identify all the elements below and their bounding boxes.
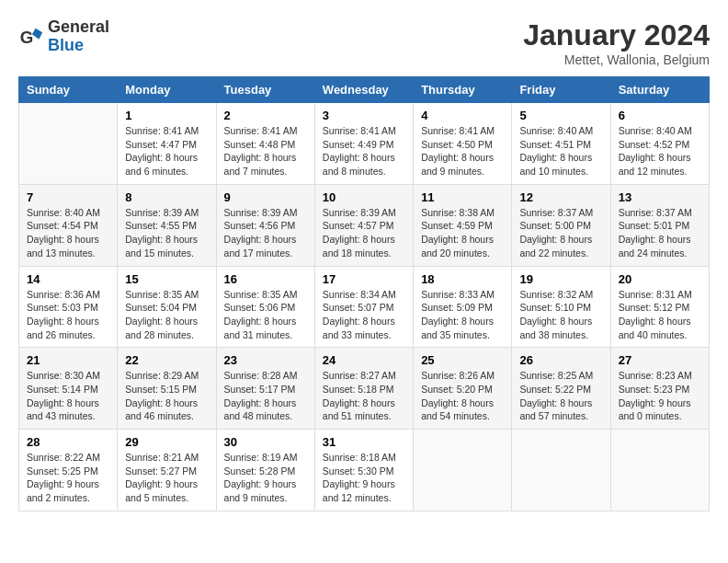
calendar-cell: 17Sunrise: 8:34 AMSunset: 5:07 PMDayligh… bbox=[314, 266, 413, 348]
day-number: 29 bbox=[125, 435, 208, 449]
cell-content: Sunrise: 8:38 AMSunset: 4:59 PMDaylight:… bbox=[421, 206, 504, 260]
cell-content: Sunrise: 8:27 AMSunset: 5:18 PMDaylight:… bbox=[323, 369, 405, 423]
logo: G General Blue bbox=[18, 18, 109, 55]
calendar-table: SundayMondayTuesdayWednesdayThursdayFrid… bbox=[18, 76, 710, 511]
calendar-cell: 30Sunrise: 8:19 AMSunset: 5:28 PMDayligh… bbox=[216, 430, 314, 511]
calendar-cell: 28Sunrise: 8:22 AMSunset: 5:25 PMDayligh… bbox=[19, 430, 118, 511]
calendar-cell: 5Sunrise: 8:40 AMSunset: 4:51 PMDaylight… bbox=[512, 103, 610, 185]
cell-content: Sunrise: 8:21 AMSunset: 5:27 PMDaylight:… bbox=[125, 451, 208, 505]
calendar-cell: 23Sunrise: 8:28 AMSunset: 5:17 PMDayligh… bbox=[216, 348, 314, 430]
cell-content: Sunrise: 8:35 AMSunset: 5:06 PMDaylight:… bbox=[224, 288, 307, 342]
header-friday: Friday bbox=[512, 77, 610, 103]
calendar-week-row: 21Sunrise: 8:30 AMSunset: 5:14 PMDayligh… bbox=[19, 348, 710, 430]
calendar-cell: 14Sunrise: 8:36 AMSunset: 5:03 PMDayligh… bbox=[19, 266, 118, 348]
calendar-week-row: 1Sunrise: 8:41 AMSunset: 4:47 PMDaylight… bbox=[19, 103, 710, 185]
calendar-week-row: 14Sunrise: 8:36 AMSunset: 5:03 PMDayligh… bbox=[19, 266, 710, 348]
cell-content: Sunrise: 8:30 AMSunset: 5:14 PMDaylight:… bbox=[27, 369, 109, 423]
calendar-cell: 25Sunrise: 8:26 AMSunset: 5:20 PMDayligh… bbox=[414, 348, 512, 430]
calendar-cell bbox=[19, 103, 118, 185]
calendar-cell: 21Sunrise: 8:30 AMSunset: 5:14 PMDayligh… bbox=[19, 348, 118, 430]
cell-content: Sunrise: 8:31 AMSunset: 5:12 PMDaylight:… bbox=[619, 288, 701, 342]
cell-content: Sunrise: 8:40 AMSunset: 4:52 PMDaylight:… bbox=[619, 124, 701, 178]
cell-content: Sunrise: 8:22 AMSunset: 5:25 PMDaylight:… bbox=[27, 451, 109, 505]
cell-content: Sunrise: 8:39 AMSunset: 4:57 PMDaylight:… bbox=[323, 206, 405, 260]
day-number: 2 bbox=[224, 109, 307, 122]
day-number: 19 bbox=[519, 272, 602, 286]
day-number: 3 bbox=[323, 109, 405, 122]
calendar-cell: 7Sunrise: 8:40 AMSunset: 4:54 PMDaylight… bbox=[19, 184, 118, 266]
day-number: 14 bbox=[27, 272, 109, 286]
cell-content: Sunrise: 8:25 AMSunset: 5:22 PMDaylight:… bbox=[519, 369, 602, 423]
main-title: January 2024 bbox=[523, 18, 710, 52]
day-number: 23 bbox=[224, 353, 307, 367]
calendar-cell: 24Sunrise: 8:27 AMSunset: 5:18 PMDayligh… bbox=[314, 348, 413, 430]
header-saturday: Saturday bbox=[610, 77, 709, 103]
cell-content: Sunrise: 8:32 AMSunset: 5:10 PMDaylight:… bbox=[519, 288, 602, 342]
cell-content: Sunrise: 8:39 AMSunset: 4:55 PMDaylight:… bbox=[125, 206, 208, 260]
day-number: 26 bbox=[519, 353, 602, 367]
calendar-cell: 12Sunrise: 8:37 AMSunset: 5:00 PMDayligh… bbox=[512, 184, 610, 266]
cell-content: Sunrise: 8:35 AMSunset: 5:04 PMDaylight:… bbox=[125, 288, 208, 342]
cell-content: Sunrise: 8:37 AMSunset: 5:01 PMDaylight:… bbox=[619, 206, 701, 260]
logo-text: General Blue bbox=[48, 18, 109, 55]
cell-content: Sunrise: 8:34 AMSunset: 5:07 PMDaylight:… bbox=[323, 288, 405, 342]
header-tuesday: Tuesday bbox=[216, 77, 314, 103]
day-number: 30 bbox=[224, 435, 307, 449]
calendar-cell: 2Sunrise: 8:41 AMSunset: 4:48 PMDaylight… bbox=[216, 103, 314, 185]
cell-content: Sunrise: 8:40 AMSunset: 4:51 PMDaylight:… bbox=[519, 124, 602, 178]
cell-content: Sunrise: 8:40 AMSunset: 4:54 PMDaylight:… bbox=[27, 206, 109, 260]
day-number: 15 bbox=[125, 272, 208, 286]
calendar-week-row: 7Sunrise: 8:40 AMSunset: 4:54 PMDaylight… bbox=[19, 184, 710, 266]
cell-content: Sunrise: 8:23 AMSunset: 5:23 PMDaylight:… bbox=[619, 369, 701, 423]
day-number: 10 bbox=[323, 190, 405, 204]
day-number: 5 bbox=[519, 109, 602, 122]
calendar-cell: 16Sunrise: 8:35 AMSunset: 5:06 PMDayligh… bbox=[216, 266, 314, 348]
subtitle: Mettet, Wallonia, Belgium bbox=[523, 52, 710, 67]
day-number: 7 bbox=[27, 190, 109, 204]
calendar-cell: 10Sunrise: 8:39 AMSunset: 4:57 PMDayligh… bbox=[314, 184, 413, 266]
day-number: 1 bbox=[125, 109, 208, 122]
calendar-cell bbox=[512, 430, 610, 511]
calendar-cell: 13Sunrise: 8:37 AMSunset: 5:01 PMDayligh… bbox=[610, 184, 709, 266]
day-number: 16 bbox=[224, 272, 307, 286]
day-number: 28 bbox=[27, 435, 109, 449]
header-monday: Monday bbox=[118, 77, 216, 103]
cell-content: Sunrise: 8:39 AMSunset: 4:56 PMDaylight:… bbox=[224, 206, 307, 260]
day-number: 4 bbox=[421, 109, 504, 122]
day-number: 20 bbox=[619, 272, 701, 286]
page-header: G General Blue January 2024 Mettet, Wall… bbox=[18, 18, 710, 67]
calendar-cell bbox=[414, 430, 512, 511]
cell-content: Sunrise: 8:33 AMSunset: 5:09 PMDaylight:… bbox=[421, 288, 504, 342]
calendar-cell: 11Sunrise: 8:38 AMSunset: 4:59 PMDayligh… bbox=[414, 184, 512, 266]
cell-content: Sunrise: 8:41 AMSunset: 4:49 PMDaylight:… bbox=[323, 124, 405, 178]
header-thursday: Thursday bbox=[414, 77, 512, 103]
cell-content: Sunrise: 8:36 AMSunset: 5:03 PMDaylight:… bbox=[27, 288, 109, 342]
day-number: 12 bbox=[519, 190, 602, 204]
header-sunday: Sunday bbox=[19, 77, 118, 103]
calendar-cell: 26Sunrise: 8:25 AMSunset: 5:22 PMDayligh… bbox=[512, 348, 610, 430]
day-number: 31 bbox=[323, 435, 405, 449]
calendar-cell: 1Sunrise: 8:41 AMSunset: 4:47 PMDaylight… bbox=[118, 103, 216, 185]
calendar-cell: 8Sunrise: 8:39 AMSunset: 4:55 PMDaylight… bbox=[118, 184, 216, 266]
calendar-cell: 9Sunrise: 8:39 AMSunset: 4:56 PMDaylight… bbox=[216, 184, 314, 266]
day-number: 21 bbox=[27, 353, 109, 367]
calendar-cell: 15Sunrise: 8:35 AMSunset: 5:04 PMDayligh… bbox=[118, 266, 216, 348]
day-number: 11 bbox=[421, 190, 504, 204]
calendar-cell: 31Sunrise: 8:18 AMSunset: 5:30 PMDayligh… bbox=[314, 430, 413, 511]
day-number: 8 bbox=[125, 190, 208, 204]
day-number: 9 bbox=[224, 190, 307, 204]
cell-content: Sunrise: 8:19 AMSunset: 5:28 PMDaylight:… bbox=[224, 451, 307, 505]
day-number: 24 bbox=[323, 353, 405, 367]
day-number: 17 bbox=[323, 272, 405, 286]
svg-marker-1 bbox=[32, 28, 42, 39]
title-area: January 2024 Mettet, Wallonia, Belgium bbox=[523, 18, 710, 67]
calendar-cell: 20Sunrise: 8:31 AMSunset: 5:12 PMDayligh… bbox=[610, 266, 709, 348]
logo-icon: G bbox=[18, 24, 44, 50]
cell-content: Sunrise: 8:28 AMSunset: 5:17 PMDaylight:… bbox=[224, 369, 307, 423]
cell-content: Sunrise: 8:41 AMSunset: 4:47 PMDaylight:… bbox=[125, 124, 208, 178]
calendar-cell bbox=[610, 430, 709, 511]
calendar-header-row: SundayMondayTuesdayWednesdayThursdayFrid… bbox=[19, 77, 710, 103]
cell-content: Sunrise: 8:29 AMSunset: 5:15 PMDaylight:… bbox=[125, 369, 208, 423]
calendar-cell: 4Sunrise: 8:41 AMSunset: 4:50 PMDaylight… bbox=[414, 103, 512, 185]
calendar-cell: 22Sunrise: 8:29 AMSunset: 5:15 PMDayligh… bbox=[118, 348, 216, 430]
